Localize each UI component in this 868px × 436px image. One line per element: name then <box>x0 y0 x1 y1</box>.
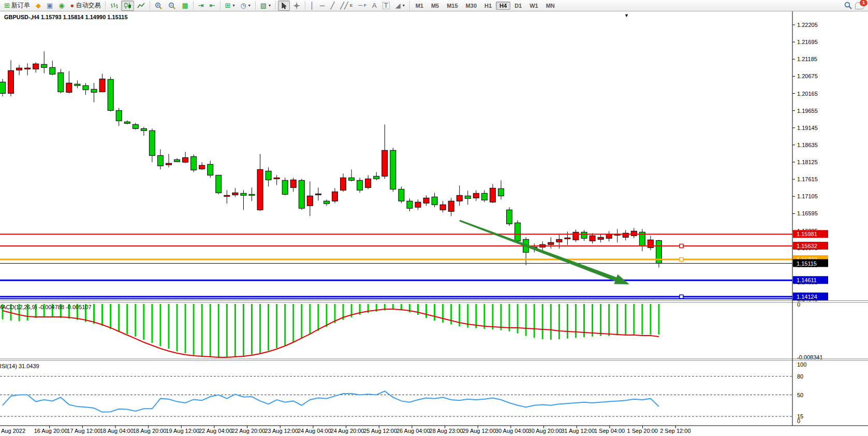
price-tick-label: 1.17105 <box>797 193 818 199</box>
new-order-label: 新订单 <box>11 1 30 10</box>
chevron-down-icon: ▾ <box>403 3 405 8</box>
candle-body <box>216 175 222 193</box>
candle-body <box>91 89 97 92</box>
line-chart-button[interactable] <box>135 1 148 11</box>
community-button[interactable]: ▣ <box>44 1 55 11</box>
candle-body <box>17 68 22 70</box>
auto-scroll-button[interactable]: ⇥ <box>196 1 207 11</box>
quotes-button[interactable]: ◆ <box>33 1 43 11</box>
bar-chart-button[interactable] <box>108 1 121 11</box>
line-handle[interactable] <box>680 257 683 261</box>
candle-body <box>498 188 504 196</box>
timeframe-m30[interactable]: M30 <box>462 2 480 10</box>
horizontal-line-icon: ─ <box>320 2 325 10</box>
candle-body <box>415 202 421 207</box>
candle-body <box>473 193 479 198</box>
candle-body <box>357 180 363 190</box>
chart-shift-marker-icon[interactable]: ▼ <box>624 13 629 18</box>
timeframe-mn[interactable]: MN <box>542 2 558 10</box>
candle-chart-icon <box>124 2 131 9</box>
indicators-button[interactable]: ▧ ▾ <box>258 1 273 11</box>
autotrade-label: 自动交易 <box>76 1 100 10</box>
autotrade-button[interactable]: ● 自动交易 <box>68 1 104 11</box>
timeframe-h4[interactable]: H4 <box>496 2 510 10</box>
date-label: 26 Aug 04:00 <box>396 428 430 434</box>
crosshair-button[interactable] <box>290 1 303 11</box>
macd-signal-line <box>3 309 659 357</box>
chart-canvas[interactable]: 1.222051.216951.211851.206751.201651.196… <box>0 0 868 436</box>
candle-body <box>141 128 146 130</box>
toolbar-right: 1 <box>844 2 866 9</box>
community-icon: ▣ <box>47 2 53 10</box>
candle-body <box>423 198 429 203</box>
candle-body <box>166 163 172 165</box>
price-line-badge-label: 1.15632 <box>797 243 817 249</box>
autotrade-icon: ● <box>70 2 75 10</box>
vertical-line-button[interactable]: │ <box>307 1 317 11</box>
tile-windows-button[interactable]: ▦ <box>179 1 190 11</box>
trend-arrow[interactable] <box>460 220 630 284</box>
candle-body <box>66 83 72 92</box>
candle-body <box>323 201 329 204</box>
timeframe-d1[interactable]: D1 <box>511 2 525 10</box>
zoom-out-button[interactable] <box>166 1 179 11</box>
candle-body <box>598 237 604 239</box>
zoom-in-icon <box>155 2 163 9</box>
price-line-badge-label: 1.14124 <box>797 294 817 300</box>
date-label: 16 Aug 20:00 <box>34 428 68 434</box>
zoom-in-button[interactable] <box>152 1 165 11</box>
price-tick-label: 1.20675 <box>797 73 818 79</box>
candle-chart-button[interactable] <box>121 1 134 11</box>
candle-body <box>556 239 562 242</box>
candle-body <box>266 171 271 180</box>
channel-button[interactable]: ╱╱E <box>337 1 355 11</box>
new-chart-button[interactable]: ⊞ ▾ <box>223 1 238 11</box>
candle-body <box>8 70 14 93</box>
timeframe-m1[interactable]: M1 <box>412 2 427 10</box>
text-tool-button[interactable]: A <box>370 1 379 11</box>
notification-badge: 1 <box>860 0 867 6</box>
new-chart-icon: ⊞ <box>225 2 231 10</box>
shapes-button[interactable]: ◢ ▾ <box>393 1 407 11</box>
timeframe-m15[interactable]: M15 <box>443 2 461 10</box>
line-handle[interactable] <box>680 295 683 298</box>
toolbar-separator <box>150 1 150 10</box>
chart-shift-button[interactable]: ⇤ <box>207 1 218 11</box>
price-tick-label: 1.16595 <box>797 210 818 216</box>
line-handle[interactable] <box>680 244 683 248</box>
candle-body <box>58 72 64 92</box>
timeframe-h1[interactable]: H1 <box>481 2 495 10</box>
rsi-axis-label: 50 <box>797 392 803 398</box>
candle-body <box>224 195 230 196</box>
date-label: 31 Aug 12:00 <box>561 428 595 434</box>
trendline-button[interactable]: ╱ <box>328 1 337 11</box>
indicators-icon: ▧ <box>260 2 267 10</box>
chevron-down-icon: ▾ <box>248 3 251 8</box>
period-button[interactable]: ◷ ▾ <box>238 1 253 11</box>
vertical-line-icon: │ <box>310 2 314 10</box>
search-icon[interactable] <box>844 2 852 9</box>
line-chart-icon <box>137 2 145 9</box>
date-label: Aug 2022 <box>1 428 25 434</box>
date-label: 28 Aug 23:00 <box>430 428 463 434</box>
new-order-icon: ⊞ <box>4 2 10 10</box>
date-label: 25 Aug 12:00 <box>363 428 397 434</box>
candle-body <box>515 223 521 241</box>
chevron-down-icon: ▾ <box>232 3 234 8</box>
candle-body <box>565 238 570 239</box>
signal-button[interactable]: ◉ <box>56 1 67 11</box>
date-label: 29 Aug 12:00 <box>462 428 496 434</box>
new-order-button[interactable]: ⊞ 新订单 <box>2 1 33 11</box>
fibonacci-button[interactable]: ┄F <box>356 1 369 11</box>
notifications-icon[interactable]: 1 <box>855 2 864 9</box>
date-label: 22 Aug 04:00 <box>199 428 232 434</box>
crosshair-icon <box>293 2 300 9</box>
candle-body <box>465 196 470 198</box>
date-label: 1 Sep 04:00 <box>594 428 625 434</box>
label-tool-button[interactable]: T <box>380 1 392 11</box>
candle-body <box>183 157 188 162</box>
timeframe-m5[interactable]: M5 <box>428 2 443 10</box>
horizontal-line-button[interactable]: ─ <box>317 1 327 11</box>
cursor-button[interactable] <box>278 1 290 11</box>
timeframe-w1[interactable]: W1 <box>526 2 542 10</box>
